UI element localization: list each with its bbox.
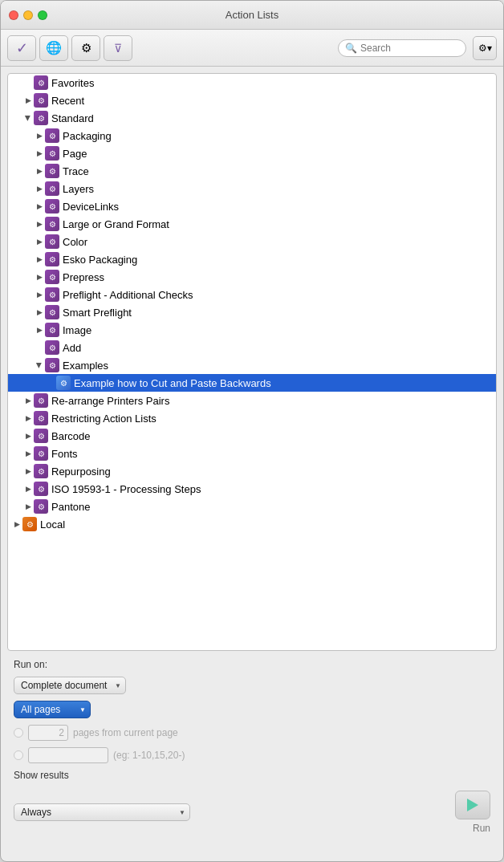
globe-button[interactable]: 🌐 (39, 35, 68, 61)
category-icon: ⚙ (45, 287, 59, 302)
tree-item-label: Preflight - Additional Checks (63, 289, 496, 301)
tree-item-standard[interactable]: ▶ ⚙ Standard (8, 109, 496, 127)
category-icon: ⚙ (34, 75, 48, 90)
window-title: Action Lists (226, 9, 278, 21)
pages-from-input[interactable] (28, 725, 68, 741)
tree-item-preflight-additional[interactable]: ▶ ⚙ Preflight - Additional Checks (8, 286, 496, 303)
tree-item-fonts[interactable]: ▶ ⚙ Fonts (8, 445, 496, 462)
category-icon: ⚙ (34, 482, 48, 496)
tree-item-restricting[interactable]: ▶ ⚙ Restricting Action Lists (8, 409, 496, 427)
tree-item-packaging[interactable]: ▶ ⚙ Packaging (8, 127, 496, 144)
tree-item-label: Large or Grand Format (63, 218, 496, 230)
category-icon: ⚙ (34, 499, 48, 514)
category-icon: ⚙ (34, 464, 48, 478)
run-label: Run (473, 823, 490, 834)
arrow-icon: ▶ (34, 148, 45, 159)
checkmark-icon: ✓ (16, 39, 28, 57)
all-pages-select[interactable]: All pages Even pages Odd pages (14, 701, 91, 718)
tree-panel[interactable]: ⚙ Favorites ▶ ⚙ Recent ▶ ⚙ Standard ▶ ⚙ … (7, 73, 497, 651)
arrow-icon: ▶ (34, 165, 45, 177)
category-icon: ⚙ (45, 252, 59, 266)
category-icon: ⚙ (34, 411, 48, 425)
tree-item-label: Repurposing (51, 466, 496, 478)
tree-item-recent[interactable]: ▶ ⚙ Recent (8, 91, 496, 109)
tree-item-label: Barcode (51, 430, 496, 442)
arrow-icon: ▶ (22, 112, 34, 124)
category-icon: ⚙ (45, 128, 59, 143)
tree-item-example-cut-paste[interactable]: ⚙ Example how to Cut and Paste Backwards (8, 374, 496, 392)
tree-item-smart-preflight[interactable]: ▶ ⚙ Smart Preflight (8, 303, 496, 321)
tree-item-esko-packaging[interactable]: ▶ ⚙ Esko Packaging (8, 250, 496, 268)
tree-item-label: Packaging (63, 130, 496, 142)
all-pages-select-row: All pages Even pages Odd pages (14, 701, 490, 718)
tree-item-examples[interactable]: ▶ ⚙ Examples (8, 356, 496, 374)
tree-item-add[interactable]: ⚙ Add (8, 339, 496, 356)
page-range-radio[interactable] (14, 750, 23, 760)
tree-item-label: Smart Preflight (63, 307, 496, 319)
tree-item-pantone[interactable]: ▶ ⚙ Pantone (8, 498, 496, 515)
tree-item-label: Color (63, 236, 496, 248)
pages-from-hint: pages from current page (73, 727, 178, 738)
checkmark-button[interactable]: ✓ (7, 35, 36, 61)
search-input[interactable] (360, 43, 449, 54)
page-range-hint: (eg: 1-10,15,20-) (113, 750, 185, 761)
arrow-icon: ▶ (11, 518, 22, 530)
tree-item-label: Examples (63, 360, 496, 372)
page-range-input[interactable] (28, 747, 108, 763)
filter-button[interactable]: ⊽ (104, 35, 132, 61)
show-results-select-wrapper: Always Only on errors Never (14, 803, 190, 821)
arrow-icon: ▶ (22, 501, 34, 512)
pages-from-radio[interactable] (14, 728, 23, 738)
run-on-select-row: Complete document Selection Page range (14, 677, 490, 694)
show-results-run-row: Always Only on errors Never Run (14, 791, 490, 834)
run-triangle-icon (467, 799, 478, 811)
tree-item-layers[interactable]: ▶ ⚙ Layers (8, 180, 496, 197)
arrow-icon: ▶ (34, 307, 45, 318)
run-bottom: Run (455, 791, 490, 834)
tree-item-label: Restricting Action Lists (51, 413, 496, 425)
gear-button[interactable]: ⚙ (71, 35, 100, 61)
category-icon: ⚙ (45, 234, 59, 249)
arrow-icon: ▶ (22, 95, 34, 106)
tree-item-repurposing[interactable]: ▶ ⚙ Repurposing (8, 462, 496, 480)
minimize-button[interactable] (23, 10, 33, 20)
tree-item-page[interactable]: ▶ ⚙ Page (8, 144, 496, 162)
tree-item-devicelinks[interactable]: ▶ ⚙ DeviceLinks (8, 197, 496, 215)
toolbar: ✓ 🌐 ⚙ ⊽ 🔍 ⚙▾ (1, 30, 503, 67)
settings-button[interactable]: ⚙▾ (473, 36, 497, 60)
category-icon: ⚙ (22, 517, 37, 531)
category-icon: ⚙ (45, 340, 59, 355)
window-controls (9, 10, 47, 20)
tree-item-prepress[interactable]: ▶ ⚙ Prepress (8, 268, 496, 286)
arrow-icon: ▶ (34, 271, 45, 283)
tree-item-label: DeviceLinks (63, 201, 496, 213)
arrow-icon: ▶ (22, 466, 34, 477)
arrow-icon: ▶ (34, 236, 45, 247)
tree-item-image[interactable]: ▶ ⚙ Image (8, 321, 496, 339)
main-window: Action Lists ✓ 🌐 ⚙ ⊽ 🔍 ⚙▾ ⚙ (0, 0, 504, 862)
tree-item-color[interactable]: ▶ ⚙ Color (8, 233, 496, 250)
tree-item-local[interactable]: ▶ ⚙ Local (8, 515, 496, 533)
maximize-button[interactable] (38, 10, 47, 20)
category-icon: ⚙ (45, 270, 59, 284)
run-button[interactable] (455, 791, 490, 819)
category-icon: ⚙ (45, 358, 59, 372)
tree-item-barcode[interactable]: ▶ ⚙ Barcode (8, 427, 496, 445)
category-icon: ⚙ (45, 305, 59, 319)
settings-icon: ⚙▾ (478, 43, 492, 54)
arrow-icon: ▶ (34, 289, 45, 300)
page-range-radio-row: (eg: 1-10,15,20-) (14, 747, 490, 763)
tree-item-favorites[interactable]: ⚙ Favorites (8, 74, 496, 91)
category-icon: ⚙ (34, 446, 48, 461)
tree-item-iso19593[interactable]: ▶ ⚙ ISO 19593-1 - Processing Steps (8, 480, 496, 498)
tree-item-label: Favorites (51, 77, 496, 89)
complete-document-select[interactable]: Complete document Selection Page range (14, 677, 126, 694)
category-icon: ⚙ (45, 217, 59, 231)
show-results-select[interactable]: Always Only on errors Never (14, 803, 190, 821)
tree-item-large-format[interactable]: ▶ ⚙ Large or Grand Format (8, 215, 496, 233)
gear-icon: ⚙ (81, 41, 91, 55)
selected-icon: ⚙ (56, 376, 71, 390)
tree-item-re-arrange[interactable]: ▶ ⚙ Re-arrange Printers Pairs (8, 392, 496, 409)
tree-item-trace[interactable]: ▶ ⚙ Trace (8, 162, 496, 180)
close-button[interactable] (9, 10, 18, 20)
